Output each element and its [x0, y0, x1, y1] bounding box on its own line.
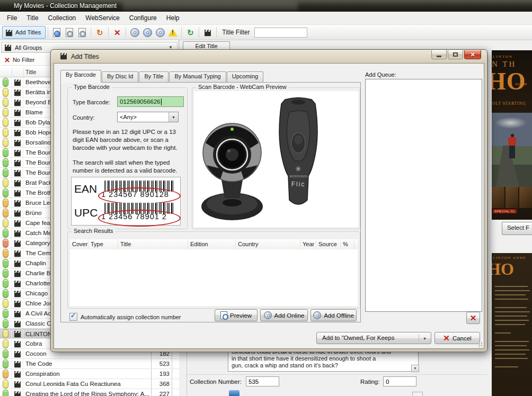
status-cell — [0, 158, 12, 167]
description-line: in that short time have it desensitized … — [232, 355, 415, 362]
status-cell — [0, 168, 12, 177]
status-pill-icon — [3, 249, 8, 258]
menu-help[interactable]: Help — [162, 12, 184, 24]
warning-icon[interactable] — [167, 27, 178, 38]
status-cell — [0, 188, 12, 197]
status-cell — [0, 218, 12, 228]
add-queue-listbox[interactable] — [365, 79, 482, 312]
disc-tool-3-icon[interactable] — [155, 27, 165, 38]
collection-number-input[interactable] — [246, 376, 279, 386]
results-column-pct[interactable]: % — [341, 239, 354, 249]
add-offline-button[interactable]: Add Offline — [311, 309, 357, 321]
remove-from-queue-button[interactable]: ✕ — [466, 312, 480, 324]
list-item[interactable]: Conspiration193 — [0, 369, 179, 379]
results-column-type[interactable]: Type — [88, 239, 118, 249]
resize-grip[interactable] — [477, 342, 483, 347]
disc-tool-2-icon[interactable] — [142, 27, 153, 38]
movie-cell — [12, 319, 23, 328]
back-cover-line — [495, 324, 525, 325]
status-cell — [0, 319, 12, 328]
status-cell — [0, 339, 12, 348]
maximize-button[interactable] — [448, 50, 463, 59]
add-online-button[interactable]: Add Online — [260, 309, 308, 321]
preview-button[interactable]: Preview — [215, 309, 258, 321]
export-device-icon[interactable] — [77, 27, 87, 38]
tab-by-manual-typing[interactable]: By Manual Typing — [169, 71, 226, 82]
group-selector-label: All Groups — [15, 44, 42, 51]
tab-by-barcode[interactable]: By Barcode — [60, 70, 101, 82]
clapper-icon — [14, 343, 21, 347]
movie-cell — [12, 339, 23, 348]
clapper-icon — [5, 47, 11, 51]
back-cover-image[interactable]: LINTON ANDE HO — [492, 253, 532, 396]
results-column-year[interactable]: Year — [300, 239, 316, 249]
delete-icon[interactable]: ✕ — [112, 27, 122, 38]
back-cover-line — [495, 299, 528, 300]
back-cover-line — [495, 320, 529, 321]
results-column-edition[interactable]: Edition — [188, 239, 236, 249]
tab-strip: By BarcodeBy Disc IdBy TitleBy Manual Ty… — [60, 70, 264, 82]
refresh-icon[interactable]: ↻ — [185, 27, 196, 38]
list-item[interactable]: The Code523 — [0, 359, 179, 369]
tab-by-title[interactable]: By Title — [139, 71, 169, 82]
results-column-country[interactable]: Country — [236, 239, 300, 249]
rating-input[interactable] — [383, 376, 416, 386]
movie-cell — [12, 309, 23, 318]
toolbar-separator — [126, 27, 126, 38]
cancel-button[interactable]: ✕ Cancel — [435, 332, 480, 344]
toolbar-separator — [216, 27, 217, 38]
front-cover-image[interactable]: LINTON N TH HO TO THE OLT STARTING SPECI… — [492, 50, 532, 220]
status-cell — [0, 178, 12, 187]
clapper-icon — [14, 121, 21, 126]
clapper-icon — [14, 161, 21, 166]
status-pill-icon — [3, 78, 8, 87]
results-column-source[interactable]: Source — [316, 239, 341, 249]
tab-by-disc-id[interactable]: By Disc Id — [102, 71, 139, 82]
clapper-icon — [14, 222, 21, 227]
scroll-down-button[interactable]: ▼ — [411, 365, 419, 372]
checkbox-checked[interactable]: ✓ — [69, 313, 77, 321]
menu-file[interactable]: File — [2, 12, 22, 24]
text-caret — [161, 98, 162, 105]
clapper-icon — [14, 353, 21, 357]
flic-brand-text: MICROVISION — [289, 175, 307, 178]
auto-assign-checkbox-row[interactable]: ✓ Automatically assign collection number — [69, 313, 181, 321]
menu-configure[interactable]: Configure — [125, 12, 162, 24]
status-pill-icon — [3, 349, 8, 358]
horizontal-separator — [187, 374, 487, 375]
menu-title[interactable]: Title — [22, 12, 43, 24]
clapper-icon — [14, 202, 21, 206]
results-header-row[interactable]: CoverTypeTitleEditionCountryYearSource% — [70, 239, 358, 250]
export-disc-icon[interactable] — [64, 27, 75, 38]
country-select[interactable]: <Any> ▼ — [117, 112, 179, 122]
results-column-title[interactable]: Title — [118, 239, 188, 249]
list-item-title: The Code — [23, 361, 151, 367]
list-item[interactable]: Conul Leonida Fata Cu Reactiunea368 — [0, 379, 179, 389]
clapper-icon — [14, 252, 21, 257]
clapper-icon — [14, 232, 21, 237]
status-pill-icon — [3, 239, 8, 248]
select-front-button[interactable]: Select F — [502, 222, 532, 235]
add-titles-toolbar-button[interactable]: Add Titles — [2, 26, 46, 39]
dialog-title: Add Titles — [71, 53, 99, 60]
export-web-icon[interactable] — [51, 27, 62, 38]
menu-collection[interactable]: Collection — [43, 12, 81, 24]
add-to-collection-split-button[interactable]: Add to "Owned, For Keeps ▼ — [316, 332, 431, 344]
disc-tool-1-icon[interactable] — [129, 27, 140, 38]
movie-cell — [12, 138, 23, 147]
title-filter-input[interactable] — [254, 28, 307, 38]
edit-clapper-icon[interactable] — [202, 27, 213, 38]
minimize-button[interactable] — [431, 50, 447, 59]
menu-webservice[interactable]: WebService — [81, 12, 124, 24]
preview-icon — [220, 311, 227, 319]
movie-cell — [12, 87, 23, 97]
results-column-cover[interactable]: Cover — [70, 239, 88, 249]
sync-icon[interactable]: ↻ — [94, 27, 105, 38]
barcode-input[interactable]: 012569056626 — [117, 96, 184, 107]
movie-cell — [12, 329, 23, 338]
close-button[interactable]: ✕ — [464, 50, 481, 59]
movie-cell — [12, 258, 23, 268]
status-cell — [0, 148, 12, 157]
list-item[interactable]: Creating the Lord of the Rings Symphony:… — [0, 389, 179, 396]
tab-upcoming[interactable]: Upcoming — [227, 71, 264, 82]
